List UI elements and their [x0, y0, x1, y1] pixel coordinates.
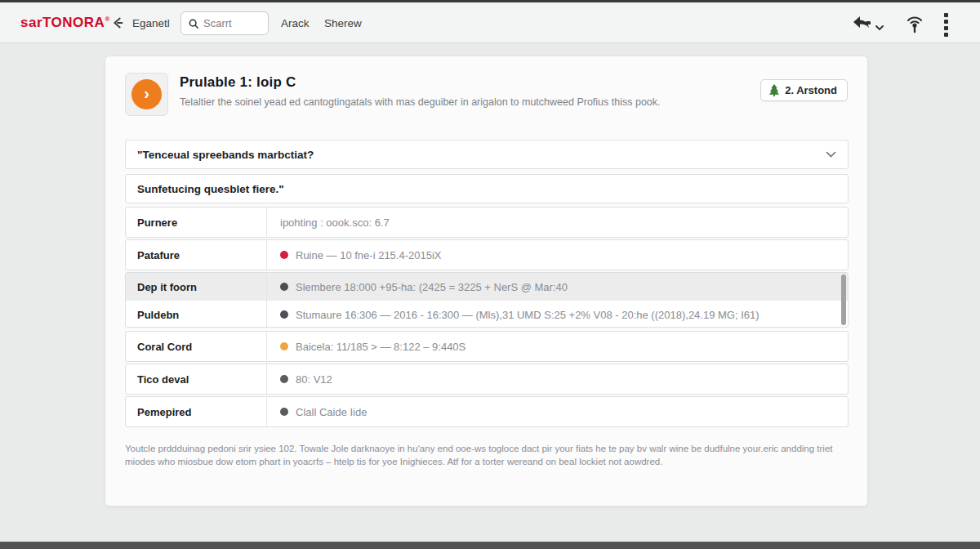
- nav-item-sherew[interactable]: Sherew: [324, 17, 362, 29]
- search-box[interactable]: [180, 11, 269, 35]
- row-value: 80: V12: [296, 373, 332, 386]
- wifi-icon[interactable]: [905, 14, 924, 37]
- status-dot: [280, 251, 288, 259]
- module-icon: ›: [125, 73, 168, 116]
- page: sarTONORA® Eganetl Arack Sherew ›: [0, 0, 980, 549]
- caret-down-icon[interactable]: [875, 20, 884, 34]
- search-icon: [188, 18, 199, 29]
- brand-logo-text: sarTONORA: [20, 15, 105, 30]
- back-label[interactable]: Eganetl: [132, 17, 170, 29]
- question-1-text: "Tenceual spreebands marbctiat?: [137, 149, 314, 161]
- table-row[interactable]: Tico deval 80: V12: [125, 364, 849, 395]
- row-label: Dep it foorn: [126, 273, 267, 301]
- row-label: Purnere: [126, 208, 267, 237]
- table-row[interactable]: Purnere ipohting : oook.sco: 6.7: [125, 207, 849, 238]
- row-value: Slembere 18:000 +95-ha: (2425 = 3225 + N…: [296, 281, 568, 293]
- chevron-down-icon[interactable]: [826, 147, 836, 162]
- footer-line-2: miodes who miosbue dow etom phart in yoa…: [125, 457, 662, 466]
- row-label: Patafure: [126, 240, 267, 270]
- arstond-button[interactable]: 2. Arstond: [760, 79, 848, 101]
- row-value: Clall Caide Iide: [296, 406, 367, 418]
- footer-note: Youtcle prddduinag pedoni srir ysiee 102…: [125, 442, 843, 468]
- table-row[interactable]: Puldebn Stumaure 16:306 — 2016 - 16:300 …: [126, 301, 848, 328]
- table-row[interactable]: Pemepired Clall Caide Iide: [125, 396, 849, 427]
- scrollable-row-group: Dep it foorn Slembere 18:000 +95-ha: (24…: [125, 272, 849, 328]
- footer-line-1: Youtcle prddduinag pedoni srir ysiee 102…: [125, 444, 833, 453]
- question-row-2[interactable]: Sunfetucing quesblet fiere.": [125, 174, 849, 203]
- table-row[interactable]: Patafure Ruine — 10 fne-i 215.4-2015iX: [125, 239, 849, 270]
- row-label: Pemepired: [126, 397, 267, 426]
- row-value: ipohting : oook.sco: 6.7: [280, 216, 390, 229]
- page-title: Prulable 1: loip C: [180, 74, 661, 91]
- search-input[interactable]: [203, 17, 261, 29]
- row-label: Puldebn: [126, 301, 267, 328]
- nav-item-arack[interactable]: Arack: [281, 17, 310, 29]
- status-dot: [280, 342, 288, 350]
- question-2-text: Sunfetucing quesblet fiere.": [137, 183, 284, 195]
- back-share-icon[interactable]: [852, 14, 873, 35]
- row-value: Ruine — 10 fne-i 215.4-2015iX: [296, 249, 442, 261]
- status-dot: [280, 310, 288, 319]
- status-dot: [280, 283, 288, 291]
- chevron-right-icon: ›: [131, 79, 162, 109]
- row-label: Coral Cord: [126, 332, 267, 361]
- bottom-border: [0, 542, 980, 549]
- status-dot: [280, 408, 288, 416]
- app-header: sarTONORA® Eganetl Arack Sherew: [0, 2, 980, 43]
- row-value: Stumaure 16:306 — 2016 - 16:300 — (Mls),…: [296, 309, 760, 321]
- card-titles: Prulable 1: loip C Telaltier the soinel …: [180, 73, 661, 108]
- brand-logo[interactable]: sarTONORA®: [20, 15, 110, 31]
- vertical-scrollbar[interactable]: [841, 274, 846, 325]
- kebab-menu-icon[interactable]: [944, 13, 948, 37]
- question-row-1[interactable]: "Tenceual spreebands marbctiat?: [125, 140, 849, 169]
- status-dot: [280, 375, 288, 383]
- page-subtitle: Telaltier the soinel yead ed cantogtinga…: [180, 96, 661, 108]
- arstond-button-label: 2. Arstond: [785, 84, 837, 96]
- main-card: › Prulable 1: loip C Telaltier the soine…: [105, 56, 868, 507]
- row-value: Baicela: 11/185 > — 8:122 – 9:440S: [296, 341, 466, 353]
- table-row[interactable]: Dep it foorn Slembere 18:000 +95-ha: (24…: [126, 273, 848, 301]
- tree-icon: [768, 84, 780, 96]
- table-row[interactable]: Coral Cord Baicela: 11/185 > — 8:122 – 9…: [125, 331, 849, 362]
- card-header: › Prulable 1: loip C Telaltier the soine…: [125, 73, 848, 120]
- row-label: Tico deval: [126, 364, 267, 394]
- back-arrow-icon[interactable]: [109, 14, 127, 32]
